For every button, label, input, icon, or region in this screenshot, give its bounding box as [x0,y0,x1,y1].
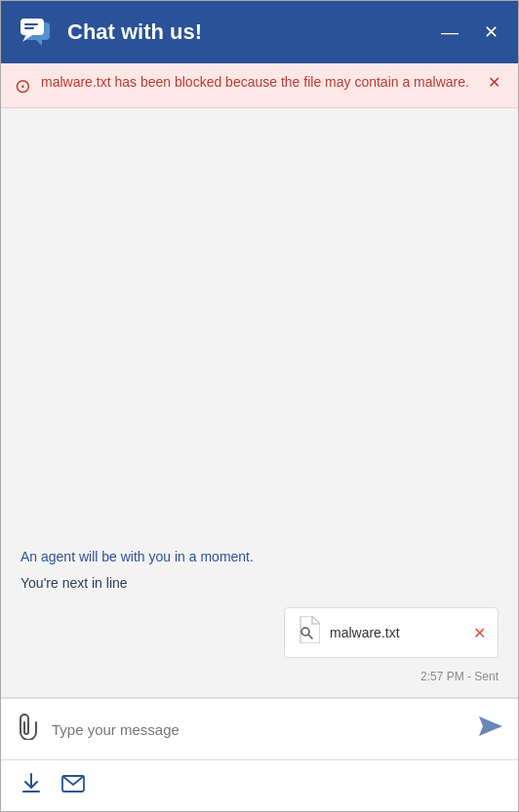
send-icon [475,718,502,745]
email-button[interactable] [61,773,85,798]
chat-messages: An agent will be with you in a moment. Y… [20,547,499,687]
minimize-button[interactable]: — [437,19,462,45]
timestamp-row: 2:57 PM - Sent [20,664,499,687]
svg-marker-1 [36,40,42,46]
download-icon [20,774,42,798]
agent-message: An agent will be with you in a moment. [20,547,499,567]
svg-marker-8 [479,716,502,736]
message-input[interactable] [52,721,463,738]
input-area [1,698,518,759]
chat-area: An agent will be with you in a moment. Y… [1,108,518,697]
email-icon [61,773,85,797]
titlebar: Chat with us! — ✕ [1,1,518,63]
attach-button[interactable] [17,713,40,746]
file-remove-button[interactable]: ✕ [473,624,486,642]
send-button[interactable] [475,713,502,746]
file-name: malware.txt [330,625,463,640]
queue-message: You're next in line [20,573,499,594]
window-title: Chat with us! [67,19,437,45]
warning-close-button[interactable]: ✕ [484,73,504,92]
file-icon [297,616,320,649]
bottom-toolbar [1,759,518,811]
warning-text: malware.txt has been blocked because the… [41,73,474,93]
window-controls: — ✕ [437,19,502,45]
svg-rect-2 [20,19,44,35]
warning-icon: ⊙ [15,74,31,97]
file-attachment: malware.txt ✕ [284,607,499,658]
svg-rect-5 [24,27,34,29]
close-button[interactable]: ✕ [480,19,502,45]
warning-banner: ⊙ malware.txt has been blocked because t… [1,63,518,108]
app-icon [17,13,56,52]
message-timestamp: 2:57 PM - Sent [420,670,499,683]
file-attachment-row: malware.txt ✕ [20,607,499,658]
download-button[interactable] [20,772,42,799]
chat-window: Chat with us! — ✕ ⊙ malware.txt has been… [0,0,519,812]
svg-rect-4 [24,23,38,25]
paperclip-icon [17,718,40,745]
